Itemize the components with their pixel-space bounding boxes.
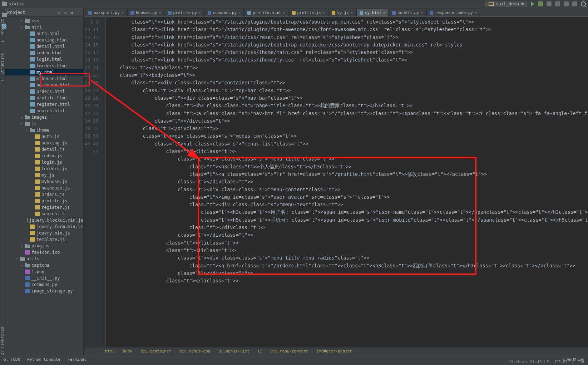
editor-tab[interactable]: my.html× [356,9,389,16]
tree-node[interactable]: ▾ihome [5,127,83,133]
editor-tabs[interactable]: passport.py×houses.py×profile.py×commons… [84,8,588,17]
tree-node[interactable]: booking.html [5,37,83,43]
tree-node[interactable]: search.js [5,211,83,217]
tree-node[interactable]: myhouse.js [5,178,83,185]
code-editor[interactable]: class="t"><link href=class="s">"/static/… [106,17,588,347]
editor-tab[interactable]: response_code.py× [426,9,480,16]
editor-tab[interactable]: profile.py× [165,9,204,16]
tree-node[interactable]: profile.js [5,198,83,204]
close-icon[interactable]: × [283,11,285,15]
expand-arrow-icon[interactable]: ▾ [20,122,24,125]
structure-breadcrumb[interactable]: html〉body〉div.container〉div.menus-con〉ul… [84,347,588,355]
tree-node[interactable]: ▾js [5,120,83,127]
tree-node[interactable]: favicon.ico [5,249,83,256]
crumb-segment[interactable]: ul.menus-list [218,349,249,354]
terminal-toolwin[interactable]: Terminal [68,357,87,362]
sync-button[interactable] [572,1,577,6]
tree-node[interactable]: __init__.py [5,275,83,281]
expand-arrow-icon[interactable]: ▾ [20,25,24,29]
tree-node[interactable]: lorders.js [5,166,83,172]
tree-node[interactable]: lorders.html [5,63,83,69]
debug-button[interactable] [538,1,543,6]
tree-node[interactable]: myhouse.html [5,75,83,82]
crumb-segment[interactable]: li [257,349,262,354]
tree-node[interactable]: login.html [5,56,83,63]
tree-node[interactable]: ▾css [5,18,83,24]
toolwin-favorites[interactable]: 2: Favorites [0,327,5,355]
tree-node[interactable]: ▸captcha [5,262,83,268]
fold-gutter[interactable] [102,17,106,347]
tree-node[interactable]: template.js [5,236,83,243]
coverage-button[interactable] [547,1,552,6]
close-icon[interactable]: × [383,11,385,15]
tree-node[interactable]: my.js [5,172,83,178]
tree-node[interactable]: newhouse.js [5,185,83,191]
tree-node[interactable]: detail.html [5,43,83,50]
tree-node[interactable]: auth.html [5,30,83,37]
editor-tab[interactable]: my.js× [328,9,356,16]
editor-tab[interactable]: passport.py× [85,9,127,16]
expand-arrow-icon[interactable]: ▾ [25,128,29,132]
tree-node[interactable]: detail.js [5,146,83,153]
tree-node[interactable]: register.js [5,204,83,211]
crumb-segment[interactable]: body [123,349,133,354]
breadcrumb-segment[interactable]: static [9,1,24,6]
tree-node[interactable]: profile.html [5,95,83,101]
editor-tab[interactable]: profile.js× [289,9,328,16]
expand-arrow-icon[interactable]: ▸ [20,115,24,119]
tree-node[interactable]: jquery.blockui.min.js [5,217,83,223]
tree-node[interactable]: search.html [5,108,83,114]
tree-node[interactable]: login.js [5,159,83,166]
todo-toolwin[interactable]: 6: TODO [4,357,20,362]
close-icon[interactable]: × [238,11,241,15]
vcs-button[interactable] [564,1,569,6]
crumb-segment[interactable]: div.menu-content [271,349,308,354]
tree-node[interactable]: auth.js [5,133,83,140]
tree-node[interactable]: ▾html [5,24,83,30]
tree-node[interactable]: register.html [5,101,83,108]
close-icon[interactable]: × [122,11,124,15]
python-console-toolwin[interactable]: Python Console [27,357,60,362]
scroll-from-source-icon[interactable]: ⊕ [58,10,62,15]
run-button[interactable] [531,1,534,6]
tree-node[interactable]: ▾utils [5,256,83,262]
editor-tab[interactable]: profile.html× [244,9,288,16]
tree-node[interactable]: orders.html [5,88,83,95]
crumb-segment[interactable]: div.menus-con [179,349,210,354]
editor-tab[interactable]: models.py× [389,9,426,16]
hide-panel-icon[interactable]: — [77,10,81,15]
search-icon[interactable] [581,1,586,6]
tree-node[interactable]: 1.png [5,268,83,275]
close-icon[interactable]: × [351,11,353,15]
expand-arrow-icon[interactable]: ▾ [15,257,19,261]
lock-icon[interactable] [573,360,576,364]
expand-arrow-icon[interactable]: ▸ [20,244,24,248]
expand-arrow-icon[interactable]: ▸ [20,263,24,267]
close-icon[interactable]: × [159,11,161,15]
close-icon[interactable]: × [323,11,325,15]
crumb-segment[interactable]: img#user-avatar [317,349,352,354]
stop-button[interactable] [555,1,560,6]
close-icon[interactable]: × [475,11,477,15]
tree-node[interactable]: jquery.min.js [5,230,83,236]
expand-arrow-icon[interactable]: ▾ [20,19,24,23]
tree-node[interactable]: newhouse.html [5,82,83,88]
close-icon[interactable]: × [421,11,423,15]
hector-icon[interactable]: ☻ [581,360,584,364]
tree-node[interactable]: jquery.form.min.js [5,223,83,230]
tree-node[interactable]: commons.py [5,281,83,288]
tree-node[interactable]: index.html [5,50,83,56]
toolwin-structure[interactable]: 7: Structure [0,53,5,82]
crumb-segment[interactable]: html [105,349,115,354]
line-gutter[interactable]: 8 9 10 11 12 13 14 15 16 17 18 19 20 21 … [84,17,102,347]
tree-node[interactable]: ▸plugins [5,243,83,249]
gear-icon[interactable]: ⚙ [70,10,75,15]
crumb-segment[interactable]: div.container [140,349,171,354]
tree-node[interactable]: orders.js [5,191,83,198]
tree-node[interactable]: my.html [5,69,83,75]
collapse-all-icon[interactable]: ⇲ [64,10,68,15]
editor-tab[interactable]: commons.py× [204,9,244,16]
toolwin-project[interactable]: 1: Project [0,19,5,43]
tree-node[interactable]: ▸images [5,114,83,120]
editor-tab[interactable]: houses.py× [127,9,164,16]
